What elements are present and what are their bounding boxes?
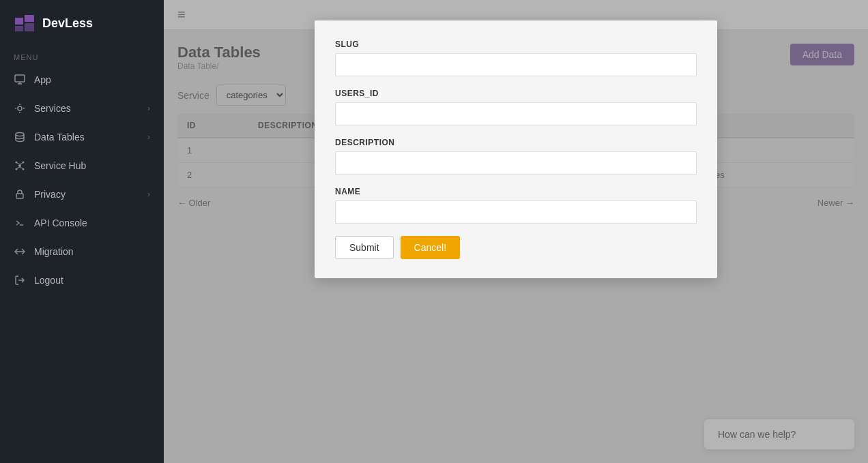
sidebar: DevLess MENU App Services › Data Tables … — [0, 0, 164, 463]
sidebar-item-api-console[interactable]: API Console — [0, 209, 164, 237]
modal-input-slug[interactable] — [335, 53, 697, 76]
svg-point-9 — [18, 164, 21, 167]
sidebar-item-services[interactable]: Services › — [0, 94, 164, 123]
svg-rect-18 — [16, 194, 23, 198]
monitor-icon — [14, 74, 26, 86]
svg-line-14 — [17, 163, 20, 164]
svg-rect-0 — [15, 18, 23, 25]
data-tables-chevron-icon: › — [147, 132, 150, 142]
console-icon — [14, 217, 26, 229]
svg-rect-1 — [25, 15, 34, 22]
sidebar-item-api-console-label: API Console — [34, 218, 87, 228]
sidebar-item-service-hub-label: Service Hub — [34, 160, 86, 171]
modal-field-description: DESCRIPTION — [335, 138, 697, 175]
privacy-chevron-icon: › — [147, 190, 150, 199]
modal-label-slug: SLUG — [335, 40, 697, 49]
svg-rect-4 — [15, 75, 25, 82]
sidebar-item-app[interactable]: App — [0, 65, 164, 94]
sidebar-item-migration[interactable]: Migration — [0, 237, 164, 266]
services-chevron-icon: › — [147, 104, 150, 113]
cancel-button[interactable]: Cancel! — [401, 236, 460, 259]
modal-field-name: NAME — [335, 187, 697, 224]
svg-rect-2 — [15, 26, 23, 31]
modal-input-name[interactable] — [335, 200, 697, 224]
menu-label: MENU — [0, 46, 164, 65]
modal-label-users_id: USERS_ID — [335, 89, 697, 98]
svg-rect-3 — [25, 23, 34, 31]
sidebar-item-data-tables[interactable]: Data Tables › — [0, 123, 164, 151]
services-icon — [14, 102, 26, 115]
sidebar-item-services-label: Services — [34, 103, 71, 114]
sidebar-item-logout[interactable]: Logout — [0, 266, 164, 295]
svg-line-15 — [20, 163, 23, 164]
modal-label-description: DESCRIPTION — [335, 138, 697, 147]
modal-overlay: SLUGUSERS_IDDESCRIPTIONNAME Submit Cance… — [164, 0, 868, 463]
modal-label-name: NAME — [335, 187, 697, 196]
sidebar-item-privacy[interactable]: Privacy › — [0, 180, 164, 209]
sidebar-item-logout-label: Logout — [34, 275, 63, 286]
svg-line-17 — [20, 167, 23, 168]
sidebar-item-migration-label: Migration — [34, 246, 74, 257]
modal-actions: Submit Cancel! — [335, 236, 697, 259]
sidebar-item-data-tables-label: Data Tables — [34, 132, 85, 143]
sidebar-item-app-label: App — [34, 74, 51, 85]
migration-icon — [14, 245, 26, 258]
logo-text: DevLess — [42, 16, 93, 31]
sidebar-item-privacy-label: Privacy — [34, 189, 66, 200]
modal-input-description[interactable] — [335, 151, 697, 175]
lock-icon — [14, 188, 26, 200]
svg-line-16 — [17, 167, 20, 168]
modal-field-users_id: USERS_ID — [335, 89, 697, 125]
svg-point-8 — [16, 133, 24, 136]
hub-icon — [14, 160, 26, 172]
logo: DevLess — [0, 0, 164, 46]
sidebar-item-service-hub[interactable]: Service Hub — [0, 151, 164, 180]
svg-point-7 — [18, 106, 22, 110]
submit-button[interactable]: Submit — [335, 236, 394, 259]
logo-icon — [14, 12, 35, 34]
modal-dialog: SLUGUSERS_IDDESCRIPTIONNAME Submit Cance… — [315, 20, 717, 278]
main-content: ≡ Data Tables Data Table/ Add Data Servi… — [164, 0, 868, 463]
modal-field-slug: SLUG — [335, 40, 697, 76]
modal-input-users_id[interactable] — [335, 102, 697, 125]
logout-icon — [14, 274, 26, 286]
database-icon — [14, 131, 26, 143]
